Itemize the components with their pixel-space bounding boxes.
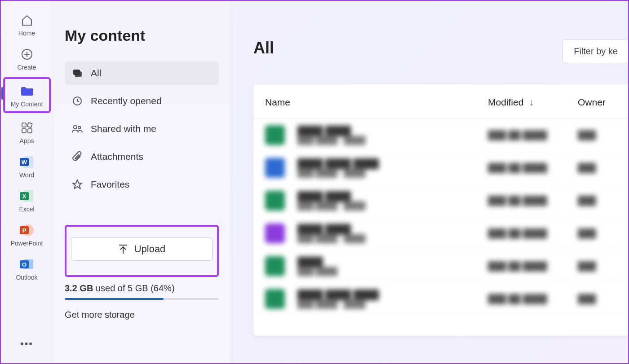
table-row[interactable]: ████ ███████ ████ · ███████ ██ ███████: [253, 119, 629, 152]
rail-label: Create: [17, 64, 36, 71]
table-row[interactable]: ████ ███████ ████ · ███████ ██ ███████: [253, 184, 629, 217]
file-icon: [265, 191, 285, 211]
paperclip-icon: [72, 151, 83, 162]
rail-word[interactable]: W Word: [5, 151, 49, 181]
powerpoint-icon: P: [19, 224, 35, 237]
nav-label: All: [91, 68, 101, 79]
clock-icon: [72, 96, 83, 106]
rail-my-content[interactable]: My Content: [5, 80, 49, 110]
nav-all[interactable]: All: [65, 61, 219, 85]
file-icon: [265, 256, 285, 276]
panel-title: My content: [65, 27, 219, 44]
sort-desc-icon: ↓: [529, 97, 534, 108]
home-icon: [19, 13, 35, 27]
rail-powerpoint[interactable]: P PowerPoint: [5, 219, 49, 250]
word-icon: W: [19, 155, 35, 169]
rail-apps[interactable]: Apps: [5, 117, 49, 147]
svg-point-18: [74, 126, 77, 129]
col-name[interactable]: Name: [265, 97, 488, 108]
nav-shared-with-me[interactable]: Shared with me: [65, 117, 219, 140]
upload-icon: [118, 244, 128, 254]
file-table: Name Modified ↓ Owner ████ ███████ ████ …: [253, 84, 629, 336]
filter-button[interactable]: Filter by ke: [563, 39, 629, 63]
file-icon: [265, 158, 285, 178]
table-row[interactable]: ████ ████ ███████ ████ · ███████ ██ ████…: [253, 283, 629, 316]
rail-more-button[interactable]: •••: [20, 338, 33, 350]
svg-text:X: X: [22, 193, 26, 200]
col-owner[interactable]: Owner: [578, 97, 617, 108]
rail-label: Apps: [20, 137, 34, 145]
file-icon: [265, 289, 285, 309]
people-icon: [72, 123, 83, 134]
highlight-upload: Upload: [65, 225, 219, 277]
nav-label: Favorites: [91, 179, 129, 190]
storage-bar: [65, 298, 219, 300]
content-nav: All Recently opened Shared with me Attac…: [65, 61, 219, 196]
apps-icon: [19, 121, 35, 135]
nav-label: Attachments: [91, 151, 143, 162]
upload-label: Upload: [134, 243, 166, 255]
rail-create[interactable]: Create: [5, 43, 49, 74]
main-pane: All Filter by ke Name Modified ↓ Owner █…: [231, 1, 628, 363]
nav-recently-opened[interactable]: Recently opened: [65, 89, 219, 113]
storage-text: 3.2 GB used of 5 GB (64%): [65, 283, 219, 294]
svg-text:O: O: [22, 261, 26, 268]
outlook-icon: O: [19, 258, 35, 271]
storage-rest: used of 5 GB (64%): [93, 283, 174, 293]
rail-label: Excel: [19, 206, 34, 213]
main-heading: All: [253, 39, 274, 57]
rail-home[interactable]: Home: [5, 9, 49, 39]
app-rail: Home Create My Content Apps W: [1, 1, 53, 363]
nav-label: Shared with me: [91, 123, 156, 134]
rail-label: Home: [18, 30, 35, 37]
svg-rect-3: [22, 129, 26, 133]
plus-circle-icon: [19, 48, 35, 61]
storage-bar-fill: [65, 298, 164, 300]
nav-attachments[interactable]: Attachments: [65, 145, 219, 168]
svg-text:P: P: [22, 227, 26, 234]
star-icon: [72, 179, 83, 190]
svg-rect-2: [27, 123, 32, 127]
col-modified[interactable]: Modified ↓: [488, 97, 578, 108]
rail-excel[interactable]: X Excel: [5, 185, 49, 215]
rail-label: Word: [19, 171, 34, 179]
col-modified-label: Modified: [488, 97, 523, 108]
rail-outlook[interactable]: O Outlook: [5, 253, 49, 284]
table-header: Name Modified ↓ Owner: [253, 84, 629, 119]
storage-used: 3.2 GB: [65, 283, 93, 293]
rail-label: Outlook: [16, 274, 37, 281]
get-more-storage-link[interactable]: Get more storage: [65, 310, 219, 320]
stack-icon: [72, 68, 83, 79]
my-content-panel: My content All Recently opened Shared wi…: [53, 1, 231, 363]
rail-label: PowerPoint: [11, 240, 43, 247]
table-row[interactable]: ████ ███████ ████ · ███████ ██ ███████: [253, 217, 629, 250]
nav-label: Recently opened: [91, 96, 162, 106]
folder-icon: [19, 84, 35, 98]
svg-rect-1: [22, 123, 26, 127]
table-row[interactable]: ███████ ███████ ██ ███████: [253, 250, 629, 283]
nav-favorites[interactable]: Favorites: [65, 173, 219, 196]
file-icon: [265, 224, 285, 243]
filter-label: Filter by ke: [574, 46, 618, 56]
table-row[interactable]: ████ ████ ███████ ████ · ███████ ██ ████…: [253, 152, 629, 184]
svg-rect-4: [28, 129, 32, 133]
svg-text:W: W: [21, 159, 27, 166]
highlight-mycontent: My Content: [3, 77, 51, 113]
rail-label: My Content: [11, 101, 43, 108]
svg-point-19: [78, 126, 81, 129]
upload-button[interactable]: Upload: [71, 237, 213, 261]
file-icon: [265, 125, 285, 145]
excel-icon: X: [19, 189, 35, 203]
